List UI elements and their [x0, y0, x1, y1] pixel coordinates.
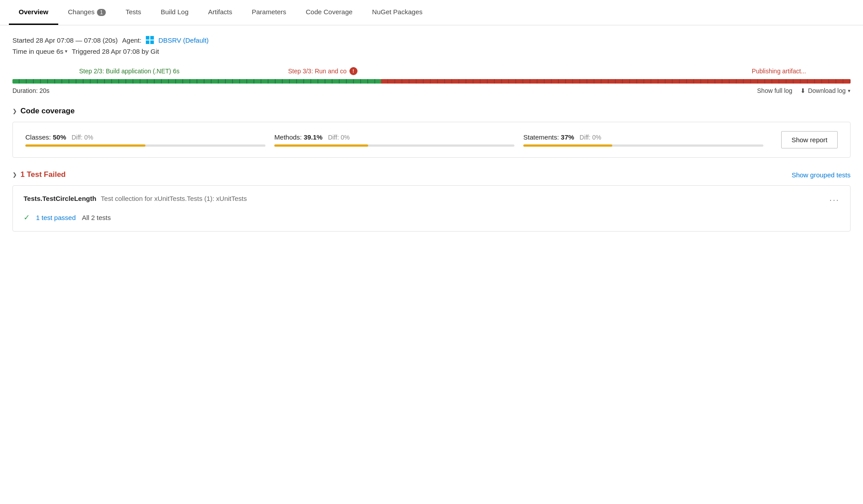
build-timeline: Step 2/3: Build application (.NET) 6s St…	[12, 66, 851, 94]
meta-started-line: Started 28 Apr 07:08 — 07:08 (20s) Agent…	[12, 36, 851, 44]
svg-rect-1	[150, 36, 154, 40]
tab-nuget[interactable]: NuGet Packages	[362, 0, 432, 25]
coverage-methods: Methods: 39.1% Diff: 0%	[274, 133, 523, 147]
tab-build-log[interactable]: Build Log	[151, 0, 198, 25]
tab-overview[interactable]: Overview	[9, 0, 58, 25]
tab-changes[interactable]: Changes1	[58, 0, 116, 25]
timeline-actions: Show full log ⬇ Download log ▾	[757, 87, 851, 94]
coverage-classes-label: Classes: 50% Diff: 0%	[25, 133, 265, 141]
coverage-methods-bar-fill	[274, 144, 368, 147]
test-all-label: All 2 tests	[82, 214, 111, 221]
agent-prefix: Agent:	[122, 36, 141, 44]
svg-rect-0	[146, 36, 149, 40]
coverage-classes-bar-fill	[25, 144, 145, 147]
coverage-methods-bar-bg	[274, 144, 514, 147]
tab-code-coverage[interactable]: Code Coverage	[296, 0, 362, 25]
test-name-row: Tests.TestCircleLength Test collection f…	[24, 195, 839, 205]
show-report-button[interactable]: Show report	[781, 131, 838, 148]
meta-trigger-line: Time in queue 6s ▾ Triggered 28 Apr 07:0…	[12, 48, 851, 55]
step2-label: Step 2/3: Build application (.NET) 6s	[79, 68, 180, 75]
progress-green-segment	[12, 79, 381, 84]
started-text: Started 28 Apr 07:08 — 07:08 (20s)	[12, 36, 118, 44]
queue-chevron-icon: ▾	[65, 48, 68, 54]
test-section-header: ❯ 1 Test Failed Show grouped tests	[12, 170, 851, 179]
progress-bar	[12, 79, 851, 84]
test-section-title: 1 Test Failed	[20, 170, 66, 179]
test-result-row: ✓ 1 test passed All 2 tests	[24, 213, 839, 222]
svg-rect-2	[146, 40, 149, 44]
duration-label: Duration: 20s	[12, 87, 49, 94]
tab-parameters[interactable]: Parameters	[242, 0, 296, 25]
svg-rect-3	[150, 40, 154, 44]
timeline-footer: Duration: 20s Show full log ⬇ Download l…	[12, 87, 851, 94]
progress-red-segment	[381, 79, 851, 84]
test-name: Tests.TestCircleLength Test collection f…	[24, 195, 247, 202]
check-icon: ✓	[24, 213, 30, 222]
agent-link[interactable]: DBSRV (Default)	[158, 36, 209, 44]
download-icon: ⬇	[800, 87, 806, 94]
coverage-statements-label: Statements: 37% Diff: 0%	[523, 133, 763, 141]
nav-tabs: Overview Changes1 Tests Build Log Artifa…	[0, 0, 863, 25]
step3-label: Step 3/3: Run and co !	[288, 67, 357, 75]
coverage-statements: Statements: 37% Diff: 0%	[523, 133, 772, 147]
error-dot-icon: !	[349, 67, 357, 75]
triggered-text: Triggered 28 Apr 07:08 by Git	[72, 48, 159, 55]
coverage-section-header: ❯ Code coverage	[12, 107, 851, 116]
test-chevron-icon[interactable]: ❯	[12, 172, 17, 178]
coverage-statements-bar-fill	[523, 144, 612, 147]
test-passed-label: 1 test passed	[36, 214, 76, 221]
coverage-chevron-icon[interactable]: ❯	[12, 108, 17, 114]
tab-tests[interactable]: Tests	[116, 0, 151, 25]
timeline-labels: Step 2/3: Build application (.NET) 6s St…	[12, 66, 851, 76]
coverage-card: Classes: 50% Diff: 0% Methods: 39.1% Dif…	[12, 122, 851, 158]
more-options-button[interactable]: ···	[829, 195, 839, 205]
test-card: Tests.TestCircleLength Test collection f…	[12, 185, 851, 232]
download-chevron-icon: ▾	[848, 88, 851, 94]
download-log-link[interactable]: ⬇ Download log ▾	[800, 87, 851, 94]
coverage-methods-label: Methods: 39.1% Diff: 0%	[274, 133, 514, 141]
coverage-section-title: Code coverage	[20, 107, 75, 116]
publishing-label: Publishing artifact...	[752, 68, 806, 75]
queue-dropdown[interactable]: Time in queue 6s ▾	[12, 48, 68, 55]
show-full-log-link[interactable]: Show full log	[757, 87, 792, 94]
show-grouped-link[interactable]: Show grouped tests	[791, 171, 851, 179]
coverage-statements-bar-bg	[523, 144, 763, 147]
coverage-classes-bar-bg	[25, 144, 265, 147]
coverage-classes: Classes: 50% Diff: 0%	[25, 133, 274, 147]
main-content: Started 28 Apr 07:08 — 07:08 (20s) Agent…	[0, 25, 863, 242]
tab-artifacts[interactable]: Artifacts	[198, 0, 242, 25]
windows-icon	[146, 36, 154, 44]
